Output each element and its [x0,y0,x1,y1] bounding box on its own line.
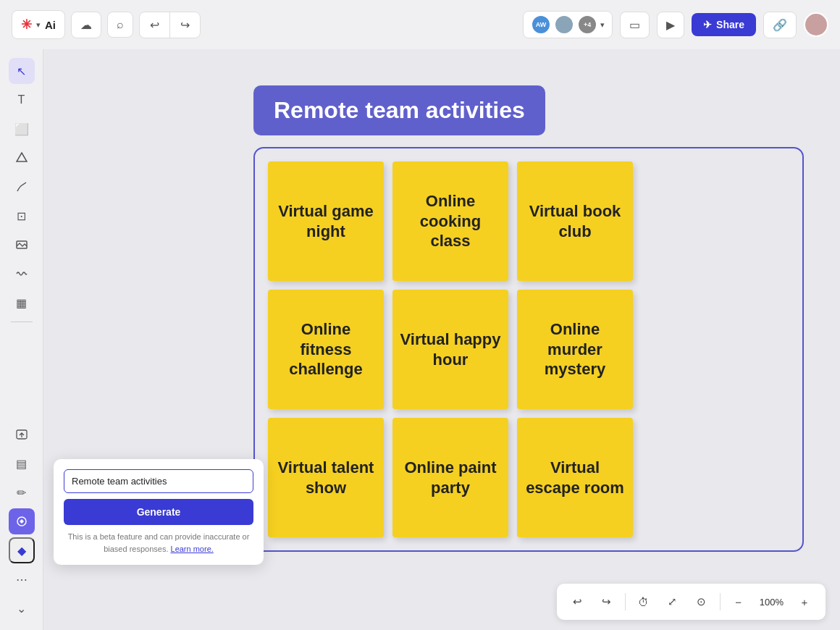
logo-area[interactable]: ✳ ▾ Ai [12,10,65,39]
canvas-redo-button[interactable]: ↪ [595,589,619,614]
canvas: Generate This is a beta feature and can … [43,49,840,630]
share-icon: ✈ [703,19,712,30]
sidebar-tool-frame[interactable]: ⬜ [9,116,35,142]
nav-buttons: ↩ ↪ [139,12,201,38]
avatar-plus: +4 [577,14,597,35]
user-avatar[interactable] [804,12,828,37]
undo-button[interactable]: ↩ [140,12,170,38]
bottom-divider-1 [625,593,626,610]
cloud-button[interactable]: ☁ [71,12,101,38]
sticky-note-virtual-talent-show[interactable]: Virtual talent show [268,418,384,537]
sidebar-tool-wave[interactable] [9,261,35,287]
sidebar-tool-pen[interactable] [9,174,35,200]
avatar-dropdown-icon[interactable]: ▾ [600,20,605,30]
left-sidebar: ↖ T ⬜ ⊡ ▦ ▤ ✏ ◆ ⋯ ⌄ [0,49,43,630]
sidebar-tool-crop[interactable]: ⊡ [9,203,35,229]
sidebar-more-button[interactable]: ⋯ [9,566,35,592]
sidebar-tool-text[interactable]: T [9,87,35,113]
sticky-note-online-cooking-class[interactable]: Online cooking class [392,161,508,281]
present-button[interactable]: ▭ [620,12,650,38]
sticky-notes-container: Virtual game night Online cooking class … [253,147,804,552]
sidebar-tool-pen2[interactable]: ✏ [9,479,35,505]
learn-more-link[interactable]: Learn more. [171,545,214,553]
sidebar-collapse-button[interactable]: ⌄ [9,595,35,621]
zoom-out-button[interactable]: − [726,589,751,614]
sticky-note-online-fitness-challenge[interactable]: Online fitness challenge [268,290,384,409]
avatar-aw: AW [531,14,551,35]
canvas-undo-button[interactable]: ↩ [566,589,590,614]
expand-button[interactable]: ⤢ [660,589,685,614]
share-button[interactable]: ✈ Share [692,13,756,36]
ai-panel: Generate This is a beta feature and can … [54,459,264,565]
sidebar-tool-upload[interactable] [9,421,35,448]
sidebar-bottom: ▤ ✏ ◆ ⋯ ⌄ [9,421,35,621]
sticky-note-virtual-escape-room[interactable]: Virtual escape room [517,418,633,537]
sidebar-divider-1 [11,322,33,322]
sidebar-ai-button[interactable] [9,508,35,534]
sidebar-tool-image[interactable] [9,232,35,258]
logo-star-icon: ✳ [21,17,32,33]
logo-dropdown-icon: ▾ [36,20,41,30]
avatars-group[interactable]: AW +4 ▾ [523,11,613,38]
sticky-note-virtual-happy-hour[interactable]: Virtual happy hour [392,290,508,409]
bottom-divider-2 [720,593,721,610]
zoom-level-display: 100% [755,597,788,608]
sticky-note-online-paint-party[interactable]: Online paint party [392,418,508,537]
ai-input-field[interactable] [64,469,253,493]
location-button[interactable]: ⊙ [689,589,714,614]
zoom-in-button[interactable]: + [792,589,817,614]
logo-ai-label: Ai [45,19,56,31]
link-button[interactable]: 🔗 [763,12,797,38]
sidebar-apps-button[interactable]: ◆ [9,537,35,563]
sidebar-tool-select[interactable]: ↖ [9,58,35,84]
board-title: Remote team activities [253,85,545,135]
video-button[interactable]: ▶ [657,12,684,38]
share-label: Share [716,19,744,30]
generate-button[interactable]: Generate [64,499,253,525]
avatar-photo [554,14,574,35]
history-button[interactable]: ⏱ [631,589,656,614]
sticky-note-online-murder-mystery[interactable]: Online murder mystery [517,290,633,409]
sticky-note-virtual-game-night[interactable]: Virtual game night [268,161,384,281]
sidebar-tool-table[interactable]: ▦ [9,290,35,316]
sidebar-tool-shape[interactable] [9,145,35,171]
bottom-bar: ↩ ↪ ⏱ ⤢ ⊙ − 100% + [557,584,826,620]
main-content: Remote team activities Virtual game nigh… [253,85,804,552]
sticky-note-virtual-book-club[interactable]: Virtual book club [517,161,633,281]
top-bar-right: AW +4 ▾ ▭ ▶ ✈ Share 🔗 [523,11,828,38]
search-button[interactable]: ⌕ [107,12,133,38]
top-toolbar: ✳ ▾ Ai ☁ ⌕ ↩ ↪ AW +4 ▾ ▭ ▶ ✈ Share 🔗 [0,0,840,49]
sidebar-tool-pages[interactable]: ▤ [9,450,35,476]
redo-button[interactable]: ↪ [170,12,200,38]
ai-disclaimer-text: This is a beta feature and can provide i… [64,531,253,555]
